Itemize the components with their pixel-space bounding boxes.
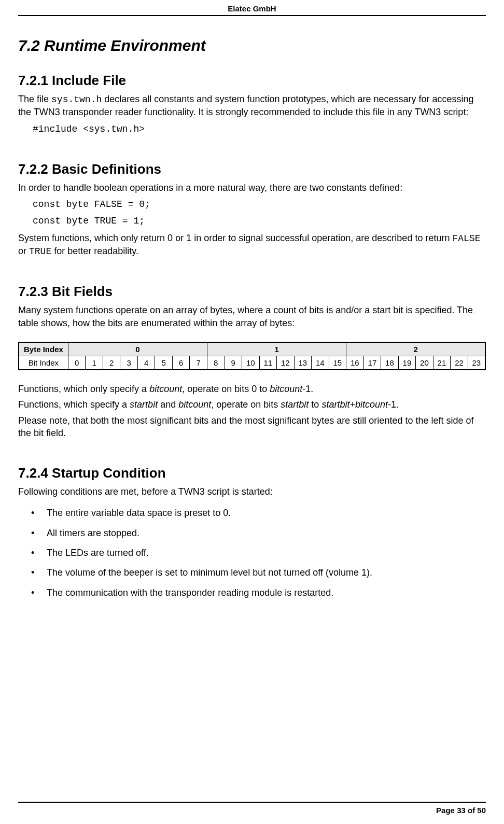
- text: , operate on bits 0 to: [182, 384, 270, 394]
- list-item: The entire variable data space is preset…: [18, 503, 486, 523]
- list-item: The LEDs are turned off.: [18, 543, 486, 563]
- bit-index-row: Bit Index 0 1 2 3 4 5 6 7 8 9 10 11 12 1…: [19, 356, 485, 370]
- bit-cell: 7: [190, 356, 207, 370]
- text: to: [309, 399, 321, 410]
- sub2-paragraph-2: System functions, which only return 0 or…: [18, 232, 486, 258]
- code-block-include: #include <sys.twn.h>: [33, 123, 486, 135]
- byte-index-label: Byte Index: [19, 342, 68, 356]
- bit-cell: 14: [312, 356, 329, 370]
- text: Functions, which specify a: [18, 399, 130, 410]
- bitfield-table: Byte Index 0 1 2 Bit Index 0 1 2 3 4 5 6…: [18, 342, 486, 370]
- list-item: All timers are stopped.: [18, 523, 486, 543]
- text: -1.: [388, 399, 399, 410]
- bit-cell: 11: [259, 356, 277, 370]
- text: for better readability.: [51, 246, 138, 256]
- sub3-paragraph-3: Functions, which specify a startbit and …: [18, 398, 486, 411]
- bit-cell: 8: [207, 356, 225, 370]
- code-inline-false: FALSE: [452, 233, 480, 244]
- text: or: [18, 246, 29, 256]
- page-header: Elatec GmbH: [18, 0, 486, 16]
- bit-cell: 13: [294, 356, 312, 370]
- text: System functions, which only return 0 or…: [18, 233, 452, 243]
- bit-cell: 22: [451, 356, 468, 370]
- text: Functions, which only specify a: [18, 384, 149, 394]
- sub1-paragraph: The file sys.twn.h declares all constant…: [18, 93, 486, 119]
- byte-header-2: 2: [346, 342, 485, 356]
- page-number: Page 33 of 50: [436, 806, 486, 815]
- code-block-false: const byte FALSE = 0;: [33, 198, 486, 211]
- bit-cell: 17: [363, 356, 381, 370]
- startup-conditions-list: The entire variable data space is preset…: [18, 503, 486, 602]
- bit-index-label: Bit Index: [19, 356, 68, 370]
- italic-startbit: startbit: [281, 399, 309, 410]
- bit-cell: 19: [398, 356, 416, 370]
- italic-startbit: startbit: [321, 399, 349, 410]
- list-item: The communication with the transponder r…: [18, 583, 486, 603]
- code-block-true: const byte TRUE = 1;: [33, 215, 486, 227]
- page-content: 7.2 Runtime Environment 7.2.1 Include Fi…: [0, 37, 504, 603]
- italic-plus: +: [349, 399, 355, 410]
- bit-cell: 0: [68, 356, 86, 370]
- bit-cell: 10: [242, 356, 260, 370]
- bit-cell: 3: [120, 356, 138, 370]
- bit-cell: 2: [103, 356, 120, 370]
- italic-bitcount: bitcount: [270, 384, 302, 394]
- text: The file: [18, 94, 51, 104]
- subsection-722-heading: 7.2.2 Basic Definitions: [18, 161, 486, 177]
- italic-bitcount: bitcount: [355, 399, 388, 410]
- bit-cell: 23: [468, 356, 485, 370]
- italic-bitcount: bitcount: [149, 384, 182, 394]
- bit-cell: 21: [433, 356, 451, 370]
- section-heading: 7.2 Runtime Environment: [18, 37, 486, 54]
- text: -1.: [302, 384, 313, 394]
- bit-cell: 16: [346, 356, 364, 370]
- list-item: The volume of the beeper is set to minim…: [18, 563, 486, 582]
- subsection-723-heading: 7.2.3 Bit Fields: [18, 284, 486, 300]
- italic-startbit: startbit: [130, 399, 158, 410]
- text: , operate on bits: [211, 399, 281, 410]
- sub4-paragraph-1: Following conditions are met, before a T…: [18, 485, 486, 498]
- bit-cell: 12: [277, 356, 295, 370]
- code-inline: sys.twn.h: [51, 94, 102, 105]
- italic-bitcount: bitcount: [178, 399, 211, 410]
- bit-cell: 9: [225, 356, 242, 370]
- byte-index-row: Byte Index 0 1 2: [19, 342, 485, 356]
- bit-cell: 18: [381, 356, 399, 370]
- company-name: Elatec GmbH: [228, 4, 276, 13]
- page-footer: Page 33 of 50: [18, 802, 486, 815]
- text: and: [158, 399, 178, 410]
- bit-cell: 15: [329, 356, 346, 370]
- bit-cell: 1: [86, 356, 103, 370]
- byte-header-0: 0: [68, 342, 207, 356]
- code-inline-true: TRUE: [29, 246, 51, 257]
- bit-cell: 4: [137, 356, 155, 370]
- bit-cell: 5: [155, 356, 173, 370]
- bit-cell: 6: [172, 356, 190, 370]
- sub2-paragraph-1: In order to handle boolean operations in…: [18, 181, 486, 194]
- bit-cell: 20: [416, 356, 433, 370]
- subsection-724-heading: 7.2.4 Startup Condition: [18, 465, 486, 481]
- subsection-721-heading: 7.2.1 Include File: [18, 73, 486, 89]
- sub3-paragraph-1: Many system functions operate on an arra…: [18, 304, 486, 329]
- byte-header-1: 1: [207, 342, 346, 356]
- sub3-paragraph-2: Functions, which only specify a bitcount…: [18, 383, 486, 395]
- sub3-paragraph-4: Please note, that both the most signific…: [18, 414, 486, 440]
